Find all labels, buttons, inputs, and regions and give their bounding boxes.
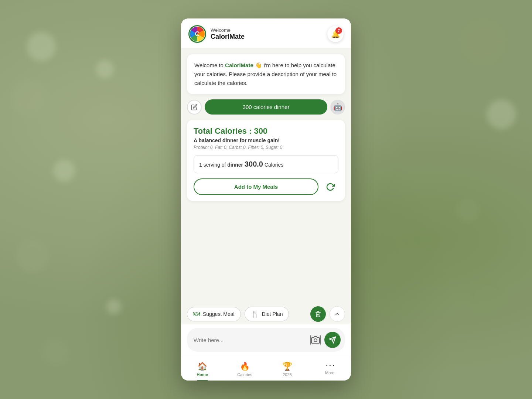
home-label: Home [197,372,208,377]
header: Welcome CaloriMate 🔔 7 [181,18,351,48]
calories-label: Calories [237,372,252,377]
welcome-bubble: Welcome to CaloriMate 👋 I'm here to help… [187,54,345,94]
diet-plan-button[interactable]: 🍴 Diet Plan [245,307,289,321]
wave-emoji: 👋 [255,62,262,68]
serving-food: dinner [227,162,243,168]
nav-item-home[interactable]: 🏠 Home [181,360,224,378]
calorie-amount: 300.0 [245,160,263,168]
home-icon: 🏠 [197,362,207,371]
delete-button[interactable] [310,306,326,322]
trophy-icon: 🏆 [282,362,292,371]
result-card: Total Calories : 300 A balanced dinner f… [187,120,345,201]
robot-avatar: 🤖 [330,100,345,115]
more-label: More [325,371,334,375]
action-buttons-row: 🍽 Suggest Meal 🍴 Diet Plan [181,303,351,324]
camera-button[interactable] [310,335,321,345]
suggest-meal-label: Suggest Meal [203,311,235,317]
refresh-icon [326,183,335,191]
camera-icon [311,335,320,344]
chevron-up-icon [334,311,341,317]
message-input[interactable] [194,337,307,343]
edit-button[interactable] [187,100,202,115]
cloche-icon: 🍽 [193,310,200,318]
input-row [187,328,345,352]
diet-plan-icon: 🍴 [251,310,259,318]
suggest-meal-button[interactable]: 🍽 Suggest Meal [187,307,241,321]
more-icon: ··· [325,362,335,369]
chat-area: Welcome to CaloriMate 👋 I'm here to help… [181,48,351,303]
send-icon [329,336,336,344]
calorie-unit: Calories [265,162,283,168]
brand-name: CaloriMate [225,62,253,68]
notification-badge: 7 [335,27,342,34]
app-logo [188,25,206,43]
bottom-nav: 🏠 Home 🔥 Calories 🏆 2025 ··· More [181,357,351,381]
input-area [181,324,351,357]
header-title: Welcome CaloriMate [211,27,245,41]
collapse-button[interactable] [330,306,345,322]
meal-description: A balanced dinner for muscle gain! [194,137,338,143]
add-to-my-meals-button[interactable]: Add to My Meals [194,178,318,195]
calories-icon: 🔥 [240,362,250,371]
serving-prefix: 1 serving of [199,162,227,168]
nav-item-more[interactable]: ··· More [308,360,351,378]
logo-inner [190,27,205,41]
send-button[interactable] [324,332,341,348]
welcome-text: Welcome [211,27,245,33]
user-message-bubble: 300 calories dinner [205,99,327,115]
nav-item-calories[interactable]: 🔥 Calories [224,360,266,378]
add-row: Add to My Meals [194,178,338,195]
total-calories: Total Calories : 300 [194,126,338,136]
welcome-text-before: Welcome to [194,62,225,68]
user-message-row: 300 calories dinner 🤖 [187,99,345,115]
nav-item-2025[interactable]: 🏆 2025 [266,360,308,378]
svg-point-0 [314,339,317,342]
refresh-button[interactable] [322,179,338,195]
nutrition-info: Protein: 0, Fat: 0, Carbs: 0, Fiber: 0, … [194,145,338,150]
header-left: Welcome CaloriMate [188,25,245,43]
diet-plan-label: Diet Plan [262,311,283,317]
active-indicator [197,380,208,381]
trash-icon [315,311,321,317]
year-label: 2025 [283,372,291,377]
app-name: CaloriMate [211,33,245,41]
app-container: Welcome CaloriMate 🔔 7 Welcome to Calori… [181,18,351,381]
notification-button[interactable]: 🔔 7 [327,26,344,42]
serving-box: 1 serving of dinner 300.0 Calories [194,155,338,173]
edit-icon [191,104,198,110]
